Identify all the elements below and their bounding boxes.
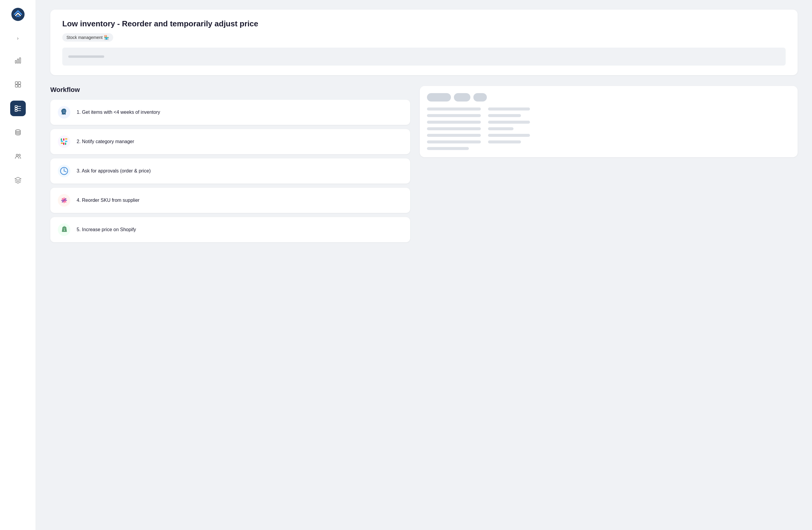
- row-bar: [427, 127, 481, 130]
- svg-rect-6: [15, 85, 18, 87]
- row-group-7: [427, 147, 791, 150]
- svg-point-14: [16, 130, 20, 131]
- clock-icon: [57, 164, 71, 177]
- svg-rect-24: [65, 141, 67, 142]
- right-tab-3[interactable]: [473, 93, 487, 101]
- svg-point-15: [16, 154, 18, 156]
- tag-badge[interactable]: Stock management 🏪: [62, 33, 113, 42]
- svg-rect-22: [63, 143, 64, 145]
- row-group-4: [427, 127, 791, 130]
- sidebar-item-packages[interactable]: [10, 172, 26, 188]
- workflow-step-4[interactable]: 4. Reorder SKU from supplier: [50, 188, 410, 213]
- two-col-layout: Workflow: [50, 86, 798, 242]
- row-bar: [488, 114, 521, 117]
- row-group-6: [427, 141, 791, 143]
- right-tab-1[interactable]: [427, 93, 451, 101]
- sidebar-item-team[interactable]: [10, 148, 26, 164]
- row-bar: [427, 114, 481, 117]
- svg-rect-1: [15, 60, 16, 63]
- svg-point-19: [64, 111, 65, 111]
- workflow-title: Workflow: [50, 86, 410, 94]
- description-bar: [62, 48, 786, 66]
- workflow-step-5[interactable]: S 5. Increase price on Shopify: [50, 217, 410, 242]
- svg-rect-9: [15, 108, 17, 109]
- workflow-step-3-label: 3. Ask for approvals (order & price): [77, 168, 150, 174]
- postgres-icon: [57, 106, 71, 119]
- row-bar: [488, 127, 513, 130]
- row-bar: [427, 121, 481, 124]
- svg-rect-26: [65, 143, 66, 145]
- row-bar: [488, 121, 530, 124]
- sidebar-item-chevron[interactable]: ›: [10, 32, 26, 44]
- svg-point-16: [18, 154, 20, 156]
- svg-rect-7: [18, 85, 21, 87]
- svg-rect-21: [63, 138, 64, 141]
- workflow-step-2[interactable]: 2. Notify category manager: [50, 129, 410, 154]
- row-bar: [427, 134, 481, 137]
- row-bar: [488, 134, 530, 137]
- row-bar: [488, 141, 521, 143]
- top-card: Low inventory - Reorder and temporarily …: [50, 10, 798, 75]
- shopify-icon: S: [57, 223, 71, 236]
- svg-rect-2: [17, 59, 18, 63]
- sidebar-item-workflow[interactable]: [10, 101, 26, 116]
- workflow-step-3[interactable]: 3. Ask for approvals (order & price): [50, 158, 410, 184]
- svg-rect-27: [61, 143, 63, 144]
- row-group-3: [427, 121, 791, 124]
- right-panel-tabs: [427, 93, 791, 101]
- description-placeholder: [68, 55, 104, 58]
- workflow-step-1[interactable]: 1. Get items with <4 weeks of inventory: [50, 100, 410, 125]
- svg-text:S: S: [64, 229, 65, 231]
- workflow-step-2-label: 2. Notify category manager: [77, 139, 134, 144]
- workflow-step-4-label: 4. Reorder SKU from supplier: [77, 198, 140, 203]
- zapier-icon: [57, 194, 71, 207]
- svg-rect-4: [15, 82, 18, 84]
- svg-rect-23: [61, 141, 63, 142]
- main-content: Low inventory - Reorder and temporarily …: [36, 0, 812, 530]
- svg-point-0: [11, 8, 25, 21]
- right-panel: [420, 86, 798, 157]
- svg-rect-8: [15, 106, 17, 107]
- svg-rect-28: [65, 138, 67, 140]
- row-group-2: [427, 114, 791, 117]
- svg-point-18: [63, 111, 63, 111]
- workflow-step-1-label: 1. Get items with <4 weeks of inventory: [77, 110, 160, 115]
- svg-rect-3: [19, 58, 21, 63]
- right-panel-rows: [427, 108, 791, 150]
- row-bar: [427, 141, 481, 143]
- svg-rect-10: [15, 110, 17, 111]
- sidebar-item-grid[interactable]: [10, 77, 26, 92]
- sidebar-item-database[interactable]: [10, 125, 26, 140]
- page-title: Low inventory - Reorder and temporarily …: [62, 19, 786, 28]
- workflow-list: 1. Get items with <4 weeks of inventory: [50, 100, 410, 242]
- svg-point-33: [64, 171, 65, 172]
- tag-label: Stock management 🏪: [67, 35, 109, 40]
- row-bar: [427, 147, 469, 150]
- row-bar: [427, 108, 481, 111]
- right-tab-2[interactable]: [454, 93, 470, 101]
- svg-rect-5: [18, 82, 21, 84]
- svg-rect-25: [61, 138, 62, 141]
- sidebar-item-analytics[interactable]: [10, 53, 26, 68]
- workflow-step-5-label: 5. Increase price on Shopify: [77, 227, 136, 232]
- sidebar-nav: ›: [0, 30, 35, 190]
- logo[interactable]: [11, 7, 25, 22]
- sidebar: ›: [0, 0, 36, 530]
- svg-point-20: [58, 135, 70, 148]
- svg-rect-40: [63, 228, 65, 229]
- workflow-section: Workflow: [50, 86, 410, 242]
- row-bar: [488, 108, 530, 111]
- row-group-5: [427, 134, 791, 137]
- row-group-1: [427, 108, 791, 111]
- slack-icon: [57, 135, 71, 148]
